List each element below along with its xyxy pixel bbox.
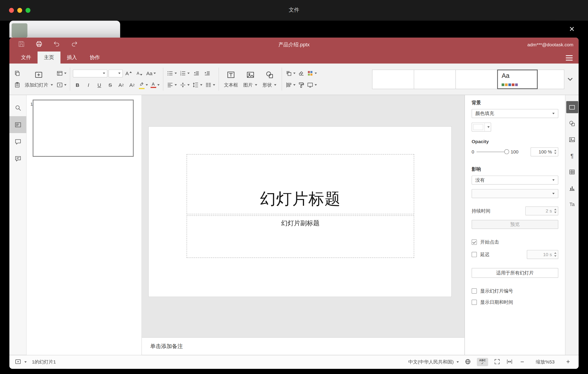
vertical-align-button[interactable] (178, 80, 190, 90)
copy-style-button[interactable] (296, 80, 306, 90)
opacity-slider[interactable] (476, 149, 508, 154)
decrease-font-button[interactable]: A (135, 68, 145, 78)
tab-home[interactable]: 主页 (38, 51, 61, 64)
spinner-down-icon[interactable] (554, 153, 556, 154)
theme-tile[interactable] (537, 69, 564, 89)
decrease-indent-button[interactable] (191, 68, 201, 78)
add-slide-button[interactable]: 添加幻灯片 (22, 70, 55, 88)
effect-select[interactable]: 没有 (472, 176, 558, 185)
font-name-combo[interactable] (73, 69, 107, 77)
print-icon[interactable] (35, 40, 43, 49)
slide-settings-icon[interactable] (566, 101, 578, 113)
apply-to-all-slides-button[interactable]: 适用于所有幻灯片 (472, 268, 558, 278)
underline-button[interactable]: U (94, 80, 104, 90)
theme-tile-selected[interactable]: Aa (497, 69, 538, 89)
slides-panel-icon[interactable] (9, 116, 26, 133)
spinner-up-icon[interactable] (554, 252, 556, 254)
spinner-down-icon[interactable] (554, 212, 556, 213)
font-color-button[interactable]: A (150, 80, 160, 90)
bold-button[interactable]: B (73, 80, 83, 90)
insert-columns-button[interactable] (204, 80, 216, 90)
delay-input[interactable]: 10 s (527, 250, 558, 259)
start-on-click-checkbox[interactable] (472, 240, 477, 245)
chevron-down-icon[interactable] (24, 361, 27, 363)
spell-check-icon[interactable]: ABC ✓ (477, 358, 488, 366)
save-icon[interactable] (18, 40, 25, 49)
effect-type-select[interactable] (472, 189, 558, 198)
superscript-button[interactable]: A2 (116, 80, 126, 90)
line-spacing-button[interactable] (191, 80, 203, 90)
chart-settings-icon[interactable] (566, 182, 578, 194)
tab-file[interactable]: 文件 (15, 51, 38, 64)
delay-row[interactable]: 延迟 (472, 251, 490, 258)
spinner-up-icon[interactable] (554, 209, 556, 210)
show-slide-number-checkbox[interactable] (472, 288, 477, 294)
align-shape-button[interactable] (285, 80, 296, 90)
slide-size-button[interactable] (306, 80, 318, 90)
clear-style-button[interactable] (296, 68, 306, 78)
image-button[interactable]: 图片 (241, 70, 260, 88)
theme-tile[interactable] (455, 69, 497, 89)
notes-area[interactable]: 单击添加备注 (142, 337, 464, 355)
comments-icon[interactable] (9, 133, 26, 150)
show-date-row[interactable]: 显示日期和时间 (472, 299, 558, 306)
start-slideshow-icon[interactable] (15, 358, 21, 366)
undo-icon[interactable] (53, 40, 61, 49)
duration-input[interactable]: 2 s (525, 207, 558, 215)
color-scheme-button[interactable] (306, 68, 318, 78)
image-settings-icon[interactable] (566, 133, 578, 146)
preview-slideshow-button[interactable] (55, 80, 67, 90)
fit-to-slide-icon[interactable] (494, 358, 500, 366)
tab-insert[interactable]: 插入 (61, 51, 84, 64)
slider-knob[interactable] (504, 149, 509, 154)
zoom-in-button[interactable]: + (564, 358, 572, 366)
tab-collaboration[interactable]: 协作 (83, 51, 106, 64)
arrange-shape-button[interactable] (285, 68, 296, 78)
font-size-combo[interactable] (108, 69, 123, 77)
show-slide-number-row[interactable]: 显示幻灯片编号 (472, 288, 558, 294)
zoom-out-button[interactable]: − (518, 358, 526, 366)
subscript-button[interactable]: A2 (127, 80, 137, 90)
document-language-icon[interactable] (464, 358, 471, 366)
language-selector[interactable]: 中文(中华人民共和国) (408, 359, 459, 365)
opacity-value-input[interactable]: 100 % (531, 147, 558, 156)
fit-to-width-icon[interactable] (506, 358, 513, 366)
highlight-color-button[interactable] (138, 80, 148, 90)
text-art-settings-icon[interactable]: Ta (566, 198, 578, 210)
italic-button[interactable]: I (84, 80, 93, 90)
theme-tile[interactable] (414, 69, 456, 89)
copy-icon[interactable] (12, 68, 22, 78)
close-icon[interactable]: × (566, 23, 577, 34)
start-on-click-row[interactable]: 开始点击 (472, 239, 558, 245)
spinner-up-icon[interactable] (554, 150, 556, 151)
change-case-button[interactable]: Aa (146, 68, 157, 78)
chat-icon[interactable] (9, 150, 26, 167)
shape-button[interactable]: 形状 (260, 70, 279, 88)
slide-thumbnail[interactable] (33, 99, 134, 157)
background-fill-select[interactable]: 颜色填充 (472, 109, 558, 118)
redo-icon[interactable] (71, 40, 78, 49)
show-date-checkbox[interactable] (472, 300, 477, 305)
slide-layout-button[interactable] (55, 68, 67, 78)
menu-icon[interactable] (566, 55, 573, 61)
preview-button[interactable]: 预览 (472, 220, 558, 229)
numbering-button[interactable]: 123 (178, 68, 190, 78)
search-icon[interactable] (9, 99, 26, 116)
textbox-button[interactable]: 文本框 (221, 70, 241, 88)
horizontal-align-button[interactable] (166, 80, 177, 90)
title-placeholder[interactable]: 幻灯片标题 (187, 154, 414, 214)
subtitle-placeholder[interactable]: 幻灯片副标题 (187, 215, 414, 258)
theme-tile[interactable] (372, 69, 414, 89)
table-settings-icon[interactable] (566, 166, 578, 178)
increase-font-button[interactable]: A (124, 68, 134, 78)
bullets-button[interactable] (166, 68, 177, 78)
paragraph-settings-icon[interactable]: ¶ (566, 150, 578, 162)
strikeout-button[interactable]: S (105, 80, 115, 90)
paste-icon[interactable] (12, 80, 22, 90)
theme-gallery-expand-button[interactable] (564, 69, 576, 89)
background-color-picker[interactable] (472, 122, 491, 132)
shape-settings-icon[interactable] (566, 117, 578, 129)
increase-indent-button[interactable] (202, 68, 212, 78)
delay-checkbox[interactable] (472, 252, 477, 257)
spinner-down-icon[interactable] (554, 255, 556, 257)
